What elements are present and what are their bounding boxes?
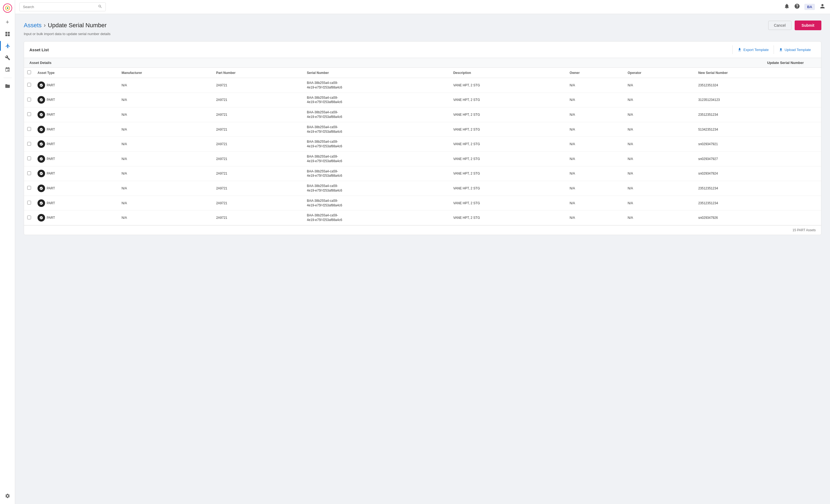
- table-row: PART N/A 2A9721 BAA-38b255a4-ca59-4e19-e…: [24, 211, 821, 225]
- row-description: VANE HPT, 2 STG: [450, 211, 566, 225]
- row-operator: N/A: [625, 137, 695, 152]
- asset-type-icon: [37, 214, 45, 222]
- upload-template-button[interactable]: Upload Template: [774, 45, 816, 54]
- asset-type-icon: [37, 140, 45, 148]
- help-icon[interactable]: [794, 3, 800, 10]
- row-serial-number: BAA-38b255a4-ca59-4e19-e75f-f253af88a4c6: [304, 211, 450, 225]
- table-row: PART N/A 2A9721 BAA-38b255a4-ca59-4e19-e…: [24, 107, 821, 122]
- header-asset-type: Asset Type: [34, 68, 118, 78]
- svg-rect-5: [5, 34, 7, 36]
- sidebar-item-tool[interactable]: [3, 53, 12, 63]
- row-operator: N/A: [625, 211, 695, 225]
- submit-button[interactable]: Submit: [795, 21, 821, 30]
- table-header-row: Asset Type Manufacturer Part Number Seri…: [24, 68, 821, 78]
- row-manufacturer: N/A: [118, 122, 213, 137]
- row-new-serial-number: 23512351234: [695, 107, 821, 122]
- sidebar-item-dashboard[interactable]: [3, 29, 12, 39]
- row-owner: N/A: [566, 166, 625, 181]
- row-part-number: 2A9721: [213, 107, 304, 122]
- row-serial-number: BAA-38b255a4-ca59-4e19-e75f-f253af88a4c6: [304, 137, 450, 152]
- header-manufacturer: Manufacturer: [118, 68, 213, 78]
- row-asset-type-label: PART: [47, 142, 55, 146]
- sidebar-bottom: [3, 491, 12, 501]
- table-footer-text: 15 PART Assets: [793, 228, 816, 232]
- row-serial-number: BAA-38b255a4-ca59-4e19-e75f-f253af88a4c6: [304, 93, 450, 107]
- row-checkbox[interactable]: [27, 156, 31, 160]
- sidebar-item-settings[interactable]: [3, 491, 12, 501]
- row-asset-type: PART: [34, 122, 118, 137]
- row-part-number: 2A9721: [213, 181, 304, 196]
- asset-table: Asset Type Manufacturer Part Number Seri…: [24, 68, 821, 225]
- sidebar-item-flight[interactable]: [0, 41, 15, 51]
- row-owner: N/A: [566, 93, 625, 107]
- row-new-serial-number: 23512351234: [695, 196, 821, 211]
- notification-icon[interactable]: [784, 3, 790, 10]
- table-row: PART N/A 2A9721 BAA-38b255a4-ca59-4e19-e…: [24, 93, 821, 107]
- row-checkbox[interactable]: [27, 83, 31, 87]
- breadcrumb: Assets › Update Serial Number: [24, 22, 106, 29]
- select-all-checkbox[interactable]: [27, 70, 31, 74]
- row-new-serial-number: 23512351234: [695, 181, 821, 196]
- app-logo[interactable]: [3, 3, 12, 13]
- row-owner: N/A: [566, 196, 625, 211]
- row-manufacturer: N/A: [118, 78, 213, 93]
- row-manufacturer: N/A: [118, 196, 213, 211]
- row-checkbox[interactable]: [27, 127, 31, 131]
- row-checkbox[interactable]: [27, 142, 31, 146]
- row-description: VANE HPT, 2 STG: [450, 93, 566, 107]
- svg-point-2: [7, 7, 8, 9]
- sidebar-item-add[interactable]: +: [3, 17, 12, 27]
- row-serial-number: BAA-38b255a4-ca59-4e19-e75f-f253af88a4c6: [304, 166, 450, 181]
- row-asset-type: PART: [34, 211, 118, 225]
- export-template-label: Export Template: [743, 48, 769, 52]
- upload-template-label: Upload Template: [785, 48, 811, 52]
- row-checkbox-cell: [24, 93, 34, 107]
- export-template-button[interactable]: Export Template: [732, 45, 774, 54]
- card-header: Asset List Export Template Upload Templa…: [24, 41, 821, 58]
- row-part-number: 2A9721: [213, 137, 304, 152]
- asset-type-icon: [37, 199, 45, 207]
- row-new-serial-number: sn029347924: [695, 166, 821, 181]
- table-row: PART N/A 2A9721 BAA-38b255a4-ca59-4e19-e…: [24, 166, 821, 181]
- table-row: PART N/A 2A9721 BAA-38b255a4-ca59-4e19-e…: [24, 196, 821, 211]
- asset-type-icon: [37, 170, 45, 177]
- row-part-number: 2A9721: [213, 196, 304, 211]
- user-avatar-icon[interactable]: [819, 3, 826, 11]
- search-icon: [98, 4, 102, 9]
- row-asset-type: PART: [34, 107, 118, 122]
- row-owner: N/A: [566, 78, 625, 93]
- table-head: Asset Type Manufacturer Part Number Seri…: [24, 68, 821, 78]
- row-checkbox-cell: [24, 151, 34, 166]
- row-checkbox-cell: [24, 137, 34, 152]
- row-checkbox[interactable]: [27, 216, 31, 219]
- row-checkbox[interactable]: [27, 171, 31, 175]
- table-row: PART N/A 2A9721 BAA-38b255a4-ca59-4e19-e…: [24, 78, 821, 93]
- row-new-serial-number: sn029347921: [695, 137, 821, 152]
- row-description: VANE HPT, 2 STG: [450, 137, 566, 152]
- update-serial-header: Update Serial Number: [767, 61, 816, 65]
- row-manufacturer: N/A: [118, 107, 213, 122]
- sidebar-item-folder[interactable]: [3, 81, 12, 91]
- topbar-right: BA: [784, 3, 826, 11]
- row-owner: N/A: [566, 122, 625, 137]
- breadcrumb-actions: Cancel Submit: [768, 21, 821, 30]
- row-manufacturer: N/A: [118, 211, 213, 225]
- sidebar: +: [0, 0, 15, 504]
- row-operator: N/A: [625, 107, 695, 122]
- sidebar-item-route[interactable]: [3, 65, 12, 74]
- search-box[interactable]: [20, 2, 106, 11]
- row-serial-number: BAA-38b255a4-ca59-4e19-e75f-f253af88a4c6: [304, 151, 450, 166]
- row-checkbox[interactable]: [27, 98, 31, 101]
- row-serial-number: BAA-38b255a4-ca59-4e19-e75f-f253af88a4c6: [304, 107, 450, 122]
- row-asset-type-label: PART: [47, 186, 55, 190]
- row-checkbox[interactable]: [27, 112, 31, 116]
- row-checkbox[interactable]: [27, 201, 31, 204]
- card-title: Asset List: [29, 48, 49, 52]
- search-input[interactable]: [23, 5, 96, 9]
- header-serial-number: Serial Number: [304, 68, 450, 78]
- breadcrumb-parent-link[interactable]: Assets: [24, 22, 41, 29]
- row-checkbox[interactable]: [27, 186, 31, 190]
- cancel-button[interactable]: Cancel: [768, 21, 791, 30]
- row-operator: N/A: [625, 78, 695, 93]
- table-row: PART N/A 2A9721 BAA-38b255a4-ca59-4e19-e…: [24, 137, 821, 152]
